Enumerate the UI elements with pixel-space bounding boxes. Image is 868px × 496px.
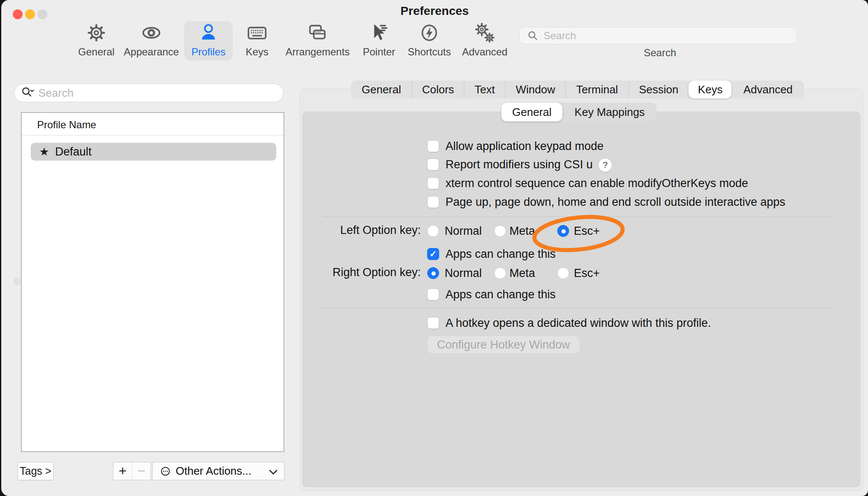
checkbox-label: A hotkey opens a dedicated window with t… <box>446 316 711 330</box>
ellipsis-circle-icon <box>159 464 172 478</box>
window-title: Preferences <box>1 4 868 18</box>
cursor-icon <box>367 21 391 44</box>
other-actions-label: Other Actions... <box>176 464 252 478</box>
toolbar-search-input[interactable] <box>543 29 783 42</box>
profile-name: Default <box>55 145 92 159</box>
toolbar-label-appearance: Appearance <box>124 46 179 58</box>
add-remove-group: + − <box>113 462 151 480</box>
radio-right-normal[interactable] <box>427 267 439 279</box>
add-profile-button[interactable]: + <box>113 462 132 480</box>
other-actions-dropdown[interactable]: Other Actions... <box>152 462 284 480</box>
profile-row-default[interactable]: ★ Default <box>31 143 276 161</box>
star-icon: ★ <box>39 145 49 159</box>
profile-search-field[interactable] <box>14 84 284 102</box>
divider <box>323 216 833 217</box>
tab-terminal[interactable]: Terminal <box>565 81 628 98</box>
toolbar-label-shortcuts: Shortcuts <box>408 46 451 58</box>
cursor-dot-artifact <box>13 278 21 285</box>
checkbox-right-apps-can-change[interactable] <box>427 288 439 300</box>
right-option-key-label: Right Option key: <box>300 266 421 279</box>
checkbox-label: xterm control sequence can enable modify… <box>446 176 748 190</box>
profile-list: Profile Name ★ Default <box>21 112 284 452</box>
toolbar-label-pointer: Pointer <box>363 46 395 58</box>
toolbar-label-arrangements: Arrangements <box>286 46 350 58</box>
search-menu-icon <box>20 86 35 100</box>
divider <box>323 308 833 308</box>
radio-label: Meta <box>509 266 535 280</box>
radio-label: Esc+ <box>574 266 600 280</box>
help-button[interactable]: ? <box>598 158 612 172</box>
tab-advanced[interactable]: Advanced <box>732 81 804 98</box>
toolbar-label-profiles: Profiles <box>191 46 226 58</box>
profile-search-input[interactable] <box>38 86 261 100</box>
toolbar-search-label: Search <box>626 47 694 59</box>
checkbox-csi-u[interactable] <box>427 159 439 170</box>
lightning-icon <box>418 21 441 44</box>
double-gear-icon <box>473 21 496 44</box>
toolbar-item-arrangements[interactable]: Arrangements <box>284 21 352 61</box>
toolbar-item-keys[interactable]: Keys <box>223 21 291 61</box>
tab-general[interactable]: General <box>351 81 412 98</box>
radio-label: Meta <box>509 224 535 238</box>
subtab-general[interactable]: General <box>501 103 562 121</box>
windows-icon <box>306 21 329 44</box>
checkbox-left-apps-can-change[interactable] <box>427 248 439 260</box>
toolbar-label-general: General <box>78 46 114 58</box>
checkbox-modifyotherkeys[interactable] <box>427 177 439 189</box>
checkbox-hotkey-window[interactable] <box>427 317 439 329</box>
tab-window[interactable]: Window <box>505 81 565 98</box>
radio-left-normal[interactable] <box>427 225 439 237</box>
radio-left-meta[interactable] <box>494 225 506 237</box>
left-option-key-label: Left Option key: <box>300 224 421 237</box>
keys-subtab-bar: General Key Mappings <box>501 103 657 121</box>
radio-label: Normal <box>445 266 482 280</box>
search-icon <box>527 29 539 42</box>
subtab-key-mappings[interactable]: Key Mappings <box>562 103 657 121</box>
toolbar-label-keys: Keys <box>246 46 268 58</box>
tags-button[interactable]: Tags > <box>17 462 54 480</box>
tab-keys[interactable]: Keys <box>689 81 732 98</box>
profile-list-header: Profile Name <box>37 119 96 131</box>
divider <box>22 135 284 136</box>
checkbox-label: Page up, page down, home and end scroll … <box>446 195 785 209</box>
eye-icon <box>140 21 163 44</box>
checkbox-label: Allow application keypad mode <box>446 139 604 153</box>
remove-profile-button[interactable]: − <box>132 462 150 480</box>
checkbox-label: Report modifiers using CSI u <box>446 157 593 172</box>
chevron-down-icon <box>269 469 278 476</box>
tab-text[interactable]: Text <box>464 81 505 98</box>
radio-label: Esc+ <box>574 224 600 238</box>
checkbox-keypad-mode[interactable] <box>427 140 439 152</box>
person-icon <box>197 21 220 44</box>
checkbox-label: Apps can change this <box>446 287 556 302</box>
profile-tab-bar: General Colors Text Window Terminal Sess… <box>351 81 804 98</box>
checkbox-label: Apps can change this <box>446 247 556 261</box>
tab-colors[interactable]: Colors <box>412 81 464 98</box>
keyboard-icon <box>246 21 269 44</box>
toolbar-label-advanced: Advanced <box>462 46 508 58</box>
checkbox-scroll-outside[interactable] <box>427 196 439 208</box>
configure-hotkey-window-button[interactable]: Configure Hotkey Window <box>427 336 580 354</box>
gear-icon <box>85 21 108 44</box>
radio-label: Normal <box>445 224 482 238</box>
preferences-window: Preferences General Appearan <box>1 0 868 496</box>
toolbar-search-field[interactable] <box>519 27 797 44</box>
tab-session[interactable]: Session <box>628 81 689 98</box>
radio-left-esc[interactable] <box>557 225 569 237</box>
radio-right-esc[interactable] <box>557 267 569 279</box>
radio-right-meta[interactable] <box>494 267 506 279</box>
toolbar-item-advanced[interactable]: Advanced <box>451 21 519 61</box>
